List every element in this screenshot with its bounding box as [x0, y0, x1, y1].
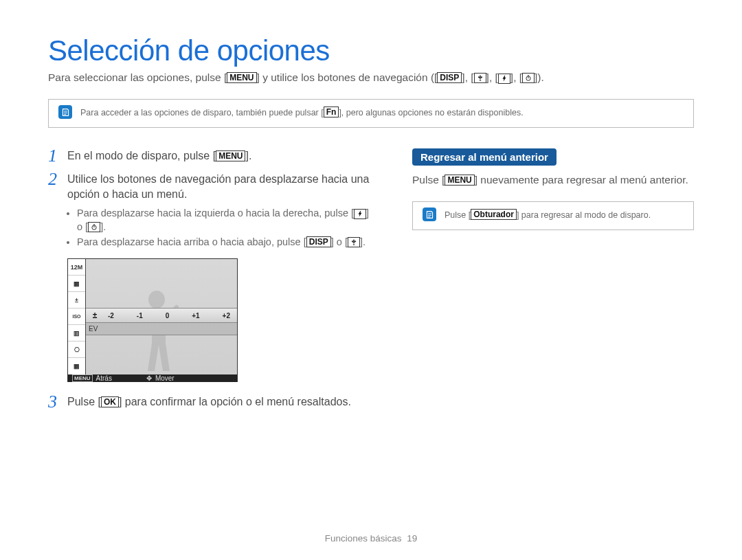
text: ], [: [510, 71, 522, 83]
back-label: Atrás: [96, 374, 112, 382]
text: ], [: [462, 71, 473, 83]
step-body: Pulse [OK] para confirmar la opción o el…: [67, 394, 371, 410]
right-text: Pulse [MENU] nuevamente para regresar al…: [412, 172, 694, 188]
step-3: 3 Pulse [OK] para confirmar la opción o …: [48, 394, 371, 410]
step-body: En el modo de disparo, pulse [MENU].: [67, 148, 371, 164]
menu-key: MENU: [445, 175, 474, 186]
ss-side-icon: 12M: [68, 259, 85, 276]
shutter-key: Obturador: [471, 209, 517, 220]
note-callout-1: Para acceder a las opciones de disparo, …: [48, 99, 694, 128]
note-callout-2: Pulse [Obturador] para regresar al modo …: [412, 201, 694, 230]
step-number: 3: [48, 394, 60, 410]
ss-side-icon: ±: [68, 292, 85, 309]
text: ] y utilice los botones de navegación ([: [257, 71, 438, 83]
intro-text: Para seleccionar las opciones, pulse [ME…: [48, 71, 694, 84]
ss-side-icon: ▦: [68, 276, 85, 292]
page-title: Selección de opciones: [48, 34, 694, 67]
bullet: Para desplazarse hacia la izquierda o ha…: [77, 206, 371, 234]
flash-icon: [354, 209, 366, 219]
section-heading-pill: Regresar al menú anterior: [412, 148, 556, 166]
ok-key: OK: [101, 396, 119, 407]
timer-icon: [88, 222, 100, 232]
ev-tick: +1: [192, 312, 199, 320]
disp-key: DISP: [437, 72, 462, 83]
text: ], [: [486, 71, 498, 83]
move-label: Mover: [155, 374, 175, 382]
ev-scale-row: ± -2 -1 0 +1 +2: [86, 308, 237, 323]
ss-sidebar: 12M ▦ ± ISO ▥ ⎔ ▦: [68, 259, 86, 374]
ev-tick: -1: [137, 312, 143, 320]
ss-bottom-bar: MENUAtrás ✥Mover: [68, 374, 237, 382]
move-icon: ✥: [146, 374, 152, 382]
ev-plusminus-icon: ±: [89, 311, 101, 321]
bullet: Para desplazarse hacia arriba o hacia ab…: [77, 235, 371, 249]
ev-tick: +2: [223, 312, 230, 320]
menu-label-icon: MENU: [72, 374, 93, 382]
timer-icon: [522, 73, 535, 83]
camera-screenshot: 12M ▦ ± ISO ▥ ⎔ ▦ ±: [67, 258, 238, 382]
ss-preview: ± -2 -1 0 +1 +2 EV: [86, 259, 237, 374]
step-body: Utilice los botones de navegación para d…: [67, 172, 371, 250]
disp-key: DISP: [306, 236, 331, 247]
step-number: 2: [48, 172, 60, 250]
menu-key: MENU: [216, 150, 245, 161]
note-icon: [423, 208, 436, 221]
menu-key: MENU: [227, 72, 256, 83]
ev-tick: 0: [166, 312, 170, 320]
note-text: Pulse [Obturador] para regresar al modo …: [445, 209, 651, 220]
macro-icon: [348, 237, 360, 247]
text: Para seleccionar las opciones, pulse [: [48, 71, 227, 83]
note-text: Para acceder a las opciones de disparo, …: [80, 107, 524, 117]
ev-tick: -2: [108, 312, 114, 320]
step-2: 2 Utilice los botones de navegación para…: [48, 172, 371, 250]
left-column: 1 En el modo de disparo, pulse [MENU]. 2…: [48, 148, 371, 418]
flash-icon: [498, 74, 510, 84]
ss-side-icon: ⎔: [68, 341, 85, 358]
text: ]).: [535, 71, 544, 83]
fn-key: Fn: [324, 107, 339, 117]
step-number: 1: [48, 148, 60, 164]
right-column: Regresar al menú anterior Pulse [MENU] n…: [412, 148, 694, 418]
ss-side-icon: ISO: [68, 309, 85, 325]
page-footer: Funciones básicas 19: [0, 533, 742, 544]
ss-side-icon: ▥: [68, 325, 85, 341]
note-icon: [58, 105, 72, 119]
step-1: 1 En el modo de disparo, pulse [MENU].: [48, 148, 371, 164]
ev-label-row: EV: [86, 323, 237, 335]
ss-side-icon: ▦: [68, 358, 85, 374]
macro-icon: [474, 73, 486, 83]
